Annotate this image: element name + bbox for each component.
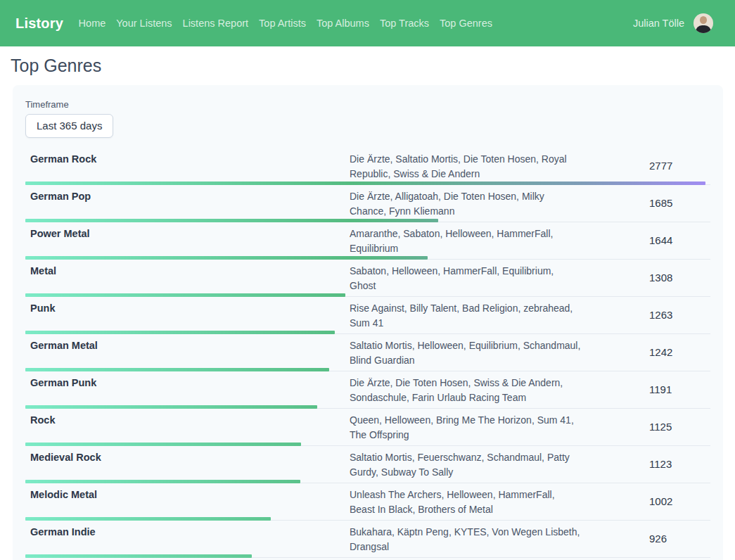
main-content: Top Genres Timeframe Last 365 days Germa…: [0, 56, 735, 560]
genre-row: German Metal Saltatio Mortis, Helloween,…: [25, 334, 710, 371]
genre-name: German Indie: [25, 525, 350, 540]
genre-count: 1263: [649, 309, 710, 324]
genre-count: 1308: [649, 272, 710, 286]
genre-list: German Rock Die Ärzte, Saltatio Mortis, …: [25, 148, 710, 558]
timeframe-select[interactable]: Last 365 days: [25, 114, 113, 138]
genre-row: Power Metal Amaranthe, Sabaton, Hellowee…: [25, 222, 710, 260]
genre-artists: Die Ärzte, Die Toten Hosen, Swiss & Die …: [350, 376, 582, 405]
genre-artists: Rise Against, Billy Talent, Bad Religion…: [350, 301, 582, 331]
nav-link-home[interactable]: Home: [73, 13, 111, 33]
genre-name: Punk: [25, 301, 350, 316]
genre-name: German Pop: [25, 189, 350, 204]
genre-name: German Rock: [25, 152, 350, 167]
app-logo[interactable]: Listory: [15, 15, 63, 32]
genre-count: 1685: [649, 197, 710, 212]
genre-row: German Pop Die Ärzte, Alligatoah, Die To…: [25, 185, 710, 222]
genre-count: 1125: [649, 421, 710, 435]
avatar-body-shape: [696, 25, 711, 33]
genre-count: 926: [649, 533, 710, 547]
genre-row: German Indie Bukahara, Käptn Peng, KYTES…: [25, 521, 710, 558]
genre-artists: Die Ärzte, Saltatio Mortis, Die Toten Ho…: [350, 152, 582, 182]
nav-link-top-albums[interactable]: Top Albums: [311, 13, 374, 33]
nav-link-top-artists[interactable]: Top Artists: [254, 13, 312, 33]
nav-link-listens-report[interactable]: Listens Report: [177, 13, 254, 33]
page-title: Top Genres: [11, 56, 735, 76]
genre-bar-track: [25, 554, 705, 558]
genre-row: Medieval Rock Saltatio Mortis, Feuerschw…: [25, 446, 710, 483]
genre-artists: Die Ärzte, Alligatoah, Die Toten Hosen, …: [350, 189, 582, 219]
nav-link-your-listens[interactable]: Your Listens: [111, 13, 177, 33]
genre-artists: Sabaton, Helloween, HammerFall, Equilibr…: [350, 264, 582, 293]
navbar: Listory Home Your Listens Listens Report…: [0, 0, 735, 46]
genre-artists: Queen, Helloween, Bring Me The Horizon, …: [350, 413, 582, 443]
genre-artists: Saltatio Mortis, Helloween, Equilibrium,…: [350, 338, 582, 368]
nav-links: Home Your Listens Listens Report Top Art…: [73, 13, 497, 33]
top-genres-card: Timeframe Last 365 days German Rock Die …: [13, 85, 723, 560]
genre-name: German Punk: [25, 376, 350, 390]
user-name[interactable]: Julian Tölle: [633, 18, 684, 29]
nav-link-top-tracks[interactable]: Top Tracks: [374, 13, 434, 33]
genre-count: 1242: [649, 346, 710, 361]
genre-artists: Unleash The Archers, Helloween, HammerFa…: [350, 488, 582, 517]
genre-row: Metal Sabaton, Helloween, HammerFall, Eq…: [25, 260, 710, 297]
genre-count: 1123: [649, 458, 710, 473]
nav-link-top-genres[interactable]: Top Genres: [435, 13, 498, 33]
genre-count: 1191: [649, 383, 710, 398]
genre-count: 1002: [649, 495, 710, 510]
genre-bar: [25, 554, 252, 558]
genre-artists: Bukahara, Käptn Peng, KYTES, Von Wegen L…: [350, 525, 582, 554]
genre-artists: Amaranthe, Sabaton, Helloween, HammerFal…: [350, 227, 582, 256]
genre-row: Rock Queen, Helloween, Bring Me The Hori…: [25, 409, 710, 446]
genre-row: German Rock Die Ärzte, Saltatio Mortis, …: [25, 148, 710, 185]
genre-name: German Metal: [25, 338, 350, 353]
genre-count: 2777: [649, 160, 710, 174]
genre-row: Punk Rise Against, Billy Talent, Bad Rel…: [25, 297, 710, 334]
genre-artists: Saltatio Mortis, Feuerschwanz, Schandmau…: [350, 450, 582, 480]
genre-name: Medieval Rock: [25, 450, 350, 465]
genre-name: Melodic Metal: [25, 488, 350, 502]
genre-name: Power Metal: [25, 227, 350, 241]
genre-count: 1644: [649, 234, 710, 249]
genre-row: German Punk Die Ärzte, Die Toten Hosen, …: [25, 371, 710, 409]
avatar-head-shape: [700, 16, 707, 24]
genre-row: Melodic Metal Unleash The Archers, Hello…: [25, 483, 710, 521]
timeframe-label: Timeframe: [25, 99, 710, 110]
genre-name: Metal: [25, 264, 350, 279]
user-avatar[interactable]: [694, 13, 713, 33]
genre-name: Rock: [25, 413, 350, 428]
